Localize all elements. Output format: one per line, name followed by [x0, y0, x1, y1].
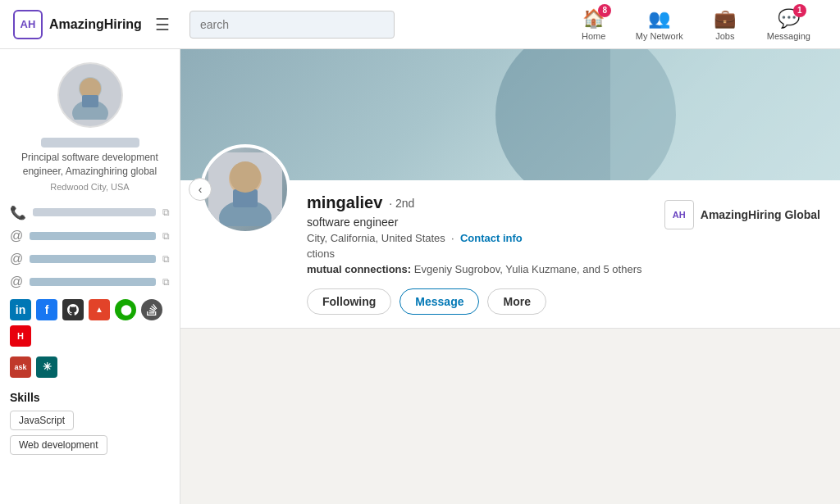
home-label: Home: [582, 31, 605, 41]
skills-label: Skills: [10, 391, 170, 404]
linkedin-icon[interactable]: in: [10, 299, 31, 320]
email-value-2-blurred: [30, 255, 156, 263]
main-layout: Principal software development engineer,…: [0, 49, 840, 504]
company-logo: AH: [664, 200, 694, 229]
email-value-1-blurred: [30, 232, 156, 240]
copy-email-2-icon[interactable]: ⧉: [162, 253, 170, 265]
nav-item-home[interactable]: 🏠 8 Home: [565, 2, 623, 48]
copy-email-1-icon[interactable]: ⧉: [162, 230, 170, 242]
company-badge: AH AmazingHiring Global: [664, 200, 820, 229]
my-network-icon: 👥: [648, 8, 670, 30]
profile-connections: ctions: [307, 247, 820, 260]
svg-point-8: [230, 161, 261, 193]
profile-avatar-image: [208, 152, 282, 226]
sidebar-location: Redwood City, USA: [10, 182, 170, 192]
logo-area: AH AmazingHiring ☰: [0, 8, 189, 41]
home-badge: 8: [598, 4, 611, 17]
skills-section: Skills JavaScript Web development: [10, 391, 170, 460]
logo-text: AmazingHiring: [49, 17, 142, 32]
my-network-label: My Network: [636, 31, 683, 41]
skill-web-development[interactable]: Web development: [10, 435, 107, 455]
more-button[interactable]: More: [487, 288, 546, 315]
messaging-badge: 1: [793, 4, 806, 17]
profile-card: ‹ mingaliev · 2nd: [180, 49, 840, 329]
search-input[interactable]: [189, 11, 395, 39]
contact-email-2: @ ⧉: [10, 252, 170, 266]
jobs-label: Jobs: [715, 31, 734, 41]
mutual-connections: mutual connections: Evgeniy Sugrobov, Yu…: [307, 263, 820, 275]
messaging-icon: 💬 1: [778, 8, 800, 30]
phone-value-blurred: [33, 208, 156, 216]
contact-info-link[interactable]: Contact info: [460, 232, 523, 244]
profile-degree: · 2nd: [389, 197, 414, 210]
message-button[interactable]: Message: [399, 288, 479, 315]
logo-icon: AH: [13, 10, 43, 39]
nav-item-messaging[interactable]: 💬 1 Messaging: [754, 2, 824, 48]
email-icon-2: @: [10, 252, 23, 266]
contact-email-1: @ ⧉: [10, 229, 170, 243]
profile-actions: Following Message More: [307, 288, 820, 315]
nav-item-my-network[interactable]: 👥 My Network: [623, 2, 696, 48]
hackerrank-icon[interactable]: H: [10, 325, 31, 347]
profile-photo-wrap: ‹: [200, 144, 290, 234]
sidebar: Principal software development engineer,…: [0, 49, 180, 504]
company-name: AmazingHiring Global: [701, 208, 820, 221]
sidebar-name-blurred: [41, 138, 139, 148]
user-avatar: [57, 62, 123, 128]
askfm-icon[interactable]: ask: [10, 356, 31, 378]
profile-name: mingaliev: [307, 193, 382, 212]
email-icon-3: @: [10, 275, 23, 289]
social-icons-row: in f ▲ ⬤ H: [10, 299, 170, 347]
gitlab-icon[interactable]: ▲: [89, 299, 110, 320]
banner-rect-decoration: [610, 49, 840, 180]
copy-email-3-icon[interactable]: ⧉: [162, 276, 170, 288]
contact-phone: 📞 ⧉: [10, 205, 170, 220]
copy-phone-icon[interactable]: ⧉: [162, 207, 170, 218]
mutual-people: Evgeniy Sugrobov, Yulia Kuzmane, and 5 o…: [414, 263, 642, 275]
messaging-label: Messaging: [767, 31, 810, 41]
mutual-label: mutual connections:: [307, 263, 411, 275]
email-value-3-blurred: [30, 278, 156, 286]
email-icon-1: @: [10, 229, 23, 243]
github-icon[interactable]: [62, 299, 84, 320]
stackoverflow-icon[interactable]: [141, 299, 162, 320]
nav-item-jobs[interactable]: 💼 Jobs: [696, 2, 754, 48]
profile-info-area: ‹ mingaliev · 2nd: [180, 180, 840, 328]
avatar-image: [66, 70, 115, 120]
profile-location: City, California, United States · Contac…: [307, 232, 820, 244]
top-navigation: AH AmazingHiring ☰ 🏠 8 Home 👥 My Network…: [0, 0, 840, 49]
nav-items: 🏠 8 Home 👥 My Network 💼 Jobs 💬 1 Messagi…: [565, 2, 840, 48]
xing-icon[interactable]: ✳: [36, 356, 57, 378]
facebook-icon[interactable]: f: [36, 299, 57, 320]
jobs-icon: 💼: [714, 8, 736, 30]
svg-rect-3: [82, 95, 98, 107]
sidebar-title: Principal software development engineer,…: [10, 151, 170, 179]
back-button[interactable]: ‹: [189, 178, 212, 201]
following-button[interactable]: Following: [307, 288, 391, 315]
hamburger-menu[interactable]: ☰: [148, 8, 176, 41]
main-content: ‹ mingaliev · 2nd: [180, 49, 840, 504]
profile-photo: [200, 144, 290, 234]
sidebar-avatar: [10, 62, 170, 128]
phone-icon: 📞: [10, 205, 26, 220]
home-icon: 🏠 8: [582, 8, 605, 30]
upwork-icon[interactable]: ⬤: [115, 299, 136, 320]
contact-email-3: @ ⧉: [10, 275, 170, 289]
skill-javascript[interactable]: JavaScript: [10, 411, 74, 430]
